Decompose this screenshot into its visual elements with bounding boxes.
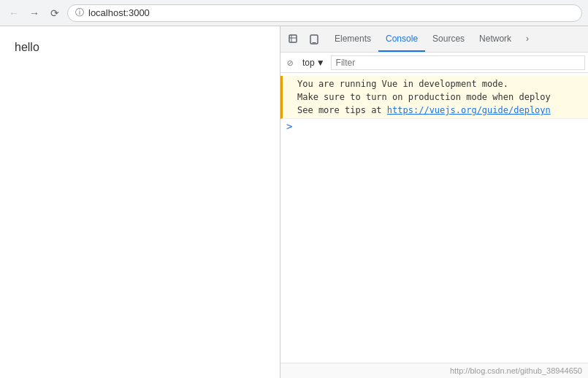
tab-sources[interactable]: Sources [425,26,472,52]
console-message-1: You are running Vue in development mode.… [280,76,588,119]
context-label: top [302,58,315,68]
mobile-icon[interactable] [304,29,324,50]
footer-watermark: http://blog.csdn.net/github_38944650 [450,366,582,375]
page-hello-text: hello [15,41,39,53]
console-toolbar: ⊘ top ▼ [280,53,588,73]
tab-network[interactable]: Network [472,26,519,52]
devtools-panel: Elements Console Sources Network › ⊘ top… [280,26,588,378]
vue-deploy-link[interactable]: https://vuejs.org/guide/deployn [387,105,551,115]
address-text: localhost:3000 [88,7,150,18]
console-output: You are running Vue in development mode.… [280,73,588,363]
cursor-icon[interactable] [283,29,304,50]
svg-rect-0 [289,35,297,42]
lock-icon: ⓘ [75,7,84,19]
browser-toolbar: ← → ⟳ ⓘ localhost:3000 [0,0,588,26]
filter-input[interactable] [331,55,585,70]
forward-button[interactable]: → [26,5,42,21]
context-selector[interactable]: top ▼ [299,58,328,68]
devtools-toolbar: Elements Console Sources Network › [280,26,588,53]
address-bar[interactable]: ⓘ localhost:3000 [67,4,582,22]
prompt-arrow: > [286,120,292,132]
clear-console-button[interactable]: ⊘ [283,56,297,69]
tab-more[interactable]: › [519,26,536,52]
context-dropdown-icon: ▼ [316,58,325,68]
reload-button[interactable]: ⟳ [47,5,63,21]
page-content: hello [0,26,280,378]
console-prompt[interactable]: > [280,119,588,134]
devtools-footer: http://blog.csdn.net/github_38944650 [280,363,588,378]
tab-elements[interactable]: Elements [327,26,378,52]
tab-console[interactable]: Console [378,26,425,52]
devtools-tabs: Elements Console Sources Network › [327,26,536,52]
main-area: hello Elements Console Sourc [0,26,588,378]
back-button[interactable]: ← [6,5,22,21]
